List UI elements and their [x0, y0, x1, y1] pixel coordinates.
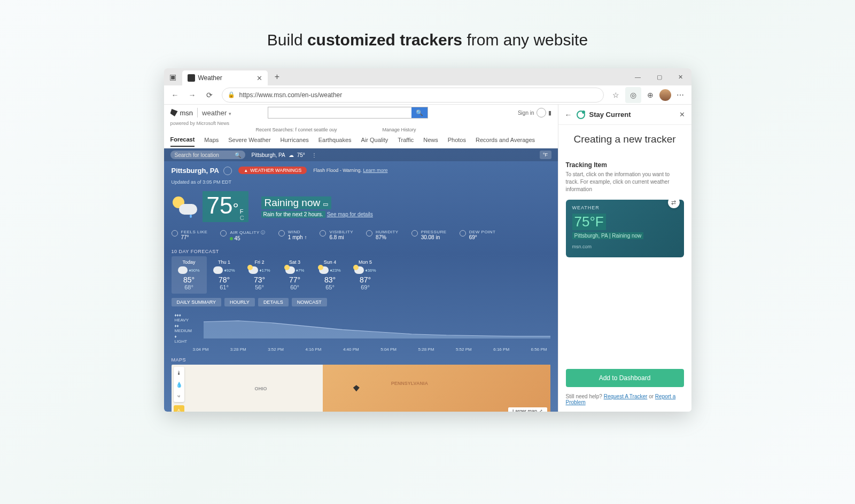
location-menu-icon[interactable]: ⋮ [312, 152, 317, 158]
card-source: msn.com [572, 244, 678, 249]
weather-map[interactable]: OHIO PENNSYLVANIA 🌡 💧 ༄ ⚠ Larger map ⤢ [172, 365, 550, 412]
nav-hurricanes[interactable]: Hurricanes [281, 137, 309, 146]
forecast-day[interactable]: Sun 4 ♦23% 83°65° [313, 256, 348, 294]
tracker-preview-card[interactable]: ⇄ WEATHER 75°F Pittsburgh, PA | Raining … [566, 200, 684, 257]
menu-icon[interactable]: ⋯ [672, 87, 688, 103]
new-tab-button[interactable]: + [270, 72, 285, 82]
city-name: Pittsburgh, PA [172, 167, 219, 175]
msn-logo[interactable]: msn [170, 109, 193, 117]
nav-news[interactable]: News [423, 137, 438, 146]
chart-times: 3:04 PM3:28 PM3:52 PM4:16 PM4:40 PM5:04 … [164, 346, 558, 355]
profile-avatar[interactable] [659, 89, 671, 101]
map-alert-icon[interactable]: ⚠ [174, 405, 184, 412]
url-text: https://www.msn.com/en-us/weather [239, 91, 343, 99]
expand-icon: ⤢ [539, 408, 543, 412]
browser-tab[interactable]: Weather ✕ [182, 70, 268, 85]
forecast-day[interactable]: Today ♦90% 85°68° [172, 256, 207, 294]
weather-topbar: Search for location 🔍 Pittsburgh, PA ☁ 7… [164, 148, 558, 161]
titlebar: ▣ Weather ✕ + — ▢ ✕ [164, 68, 691, 85]
tab-details[interactable]: DETAILS [258, 298, 289, 306]
favicon-icon [188, 74, 195, 82]
tab-nowcast[interactable]: NOWCAST [292, 298, 327, 306]
chevron-down-icon: ▾ [229, 111, 231, 116]
stay-current-logo-icon [577, 111, 585, 119]
card-temp: 75°F [572, 214, 606, 230]
precip-legend: ♦♦♦ HEAVY ♦♦ MEDIUM ♦ LIGHT [164, 311, 196, 346]
forecast-title: 10 DAY FORECAST [164, 247, 558, 256]
back-button[interactable]: ← [167, 87, 183, 103]
thermometer-icon [172, 230, 178, 237]
location-search[interactable]: Search for location 🔍 [170, 151, 245, 159]
nav-earthquakes[interactable]: Earthquakes [318, 137, 352, 146]
rain-forecast-text[interactable]: Rain for the next 2 hours. [261, 211, 325, 218]
msn-search: 🔍 [268, 107, 428, 119]
map-drop-icon[interactable]: 💧 [174, 379, 184, 390]
nav-records[interactable]: Records and Averages [476, 137, 535, 146]
msn-bird-icon [170, 109, 178, 116]
sidebar-heading: Creating a new tracker [558, 125, 691, 161]
map-thermometer-icon[interactable]: 🌡 [174, 367, 184, 379]
tab-close-icon[interactable]: ✕ [256, 74, 262, 82]
recent-searches: Recent Searches: f connet seattle ouy Ma… [164, 127, 416, 135]
user-icon [537, 108, 546, 117]
address-bar[interactable]: 🔒 https://www.msn.com/en-us/weather [222, 88, 604, 103]
unit-toggle[interactable]: °F [540, 151, 551, 159]
manage-history-link[interactable]: Manage History [382, 127, 416, 132]
msn-section[interactable]: weather ▾ [202, 109, 231, 117]
nav-forecast[interactable]: Forecast [170, 136, 195, 147]
nav-maps[interactable]: Maps [204, 137, 219, 146]
search-icon: 🔍 [416, 109, 423, 116]
warning-text: Flash Flood - Warning. Learn more [313, 168, 387, 173]
msn-nav: Forecast Maps Severe Weather Hurricanes … [164, 135, 558, 148]
forecast-day[interactable]: Thu 1 ♦92% 78°61° [207, 256, 242, 294]
favorites-icon[interactable]: ☆ [608, 87, 624, 103]
weather-warning-badge[interactable]: WEATHER WARNINGS [238, 167, 307, 174]
browser-toolbar: ← → ⟳ 🔒 https://www.msn.com/en-us/weathe… [164, 85, 691, 105]
nav-airquality[interactable]: Air Quality [361, 137, 388, 146]
tab-daily[interactable]: DAILY SUMMARY [172, 298, 222, 306]
location-pin-icon[interactable] [223, 167, 232, 175]
add-to-dashboard-button[interactable]: Add to Dashboard [566, 369, 684, 387]
collections-icon[interactable]: ⊕ [642, 87, 658, 103]
search-icon: 🔍 [235, 152, 241, 158]
weather-condition-icon [172, 195, 197, 218]
wind-icon [278, 230, 285, 237]
forecast-day[interactable]: Fri 2 ♦17% 73°56° [242, 256, 277, 294]
signin-link[interactable]: Sign in ▮ [518, 108, 551, 117]
refresh-button[interactable]: ⟳ [201, 87, 217, 103]
map-wind-icon[interactable]: ༄ [174, 390, 184, 402]
tracking-item-label: Tracking Item [566, 161, 684, 169]
forward-button[interactable]: → [184, 87, 200, 103]
msn-search-input[interactable] [268, 107, 411, 118]
current-temp[interactable]: 75 ° FC [203, 191, 248, 222]
close-window-button[interactable]: ✕ [670, 68, 691, 85]
forecast-day[interactable]: Sat 3 ♦7% 77°60° [277, 256, 313, 294]
larger-map-button[interactable]: Larger map ⤢ [508, 407, 547, 412]
search-button[interactable]: 🔍 [411, 107, 428, 118]
tracking-item-desc: To start, click on the information you w… [566, 171, 684, 193]
map-tools: 🌡 💧 ༄ [174, 367, 184, 402]
stay-current-sidebar: ← Stay Current ✕ Creating a new tracker … [558, 105, 691, 412]
sidebar-close-button[interactable]: ✕ [679, 111, 685, 119]
forecast-row: Today ♦90% 85°68°Thu 1 ♦92% 78°61°Fri 2 … [164, 256, 558, 298]
card-category: WEATHER [572, 205, 678, 210]
minimize-button[interactable]: — [627, 68, 649, 85]
sidebar-back-button[interactable]: ← [565, 111, 572, 119]
extension-staycurrent-icon[interactable]: ◎ [625, 87, 641, 103]
nav-traffic[interactable]: Traffic [398, 137, 414, 146]
current-location-chip[interactable]: Pittsburgh, PA ☁ 75° [252, 152, 305, 158]
msn-header: msn weather ▾ 🔍 Sign in ▮ [164, 105, 558, 121]
learn-more-link[interactable]: Learn more [363, 168, 387, 173]
tab-hourly[interactable]: HOURLY [224, 298, 255, 306]
nav-photos[interactable]: Photos [448, 137, 466, 146]
tab-actions-icon[interactable]: ▣ [164, 68, 182, 85]
request-tracker-link[interactable]: Request A Tracker [604, 393, 648, 399]
eye-icon [320, 230, 326, 237]
see-map-link[interactable]: See map for details [327, 211, 373, 217]
weather-status[interactable]: Raining now ▭ [261, 196, 332, 209]
leaf-icon [220, 230, 227, 237]
maximize-button[interactable]: ▢ [649, 68, 670, 85]
nav-severe[interactable]: Severe Weather [228, 137, 270, 146]
sidebar-help: Still need help? Request A Tracker or Re… [558, 393, 691, 412]
forecast-day[interactable]: Mon 5 ♦36% 87°69° [348, 256, 383, 294]
